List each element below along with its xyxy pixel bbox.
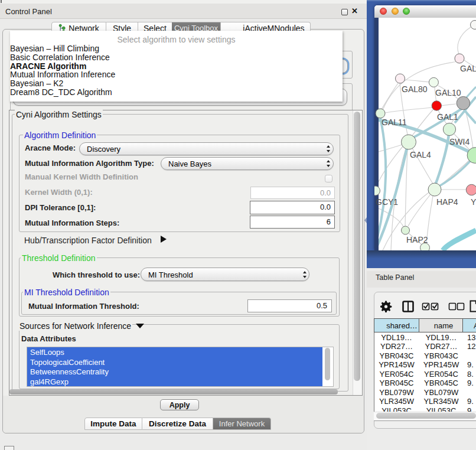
svg-text:GCY1: GCY1 bbox=[376, 197, 398, 207]
svg-text:HAP4: HAP4 bbox=[436, 197, 458, 207]
svg-text:GAL4: GAL4 bbox=[410, 150, 431, 159]
svg-text:GAL11: GAL11 bbox=[382, 118, 407, 127]
svg-text:GAL10: GAL10 bbox=[435, 88, 461, 97]
svg-text:HAP2: HAP2 bbox=[406, 235, 428, 244]
svg-text:GAL80: GAL80 bbox=[402, 84, 428, 94]
svg-text:Y: Y bbox=[471, 197, 476, 207]
svg-text:GAL: GAL bbox=[460, 64, 476, 73]
svg-text:SWI4: SWI4 bbox=[449, 137, 470, 146]
svg-text:GAL1: GAL1 bbox=[437, 112, 458, 122]
